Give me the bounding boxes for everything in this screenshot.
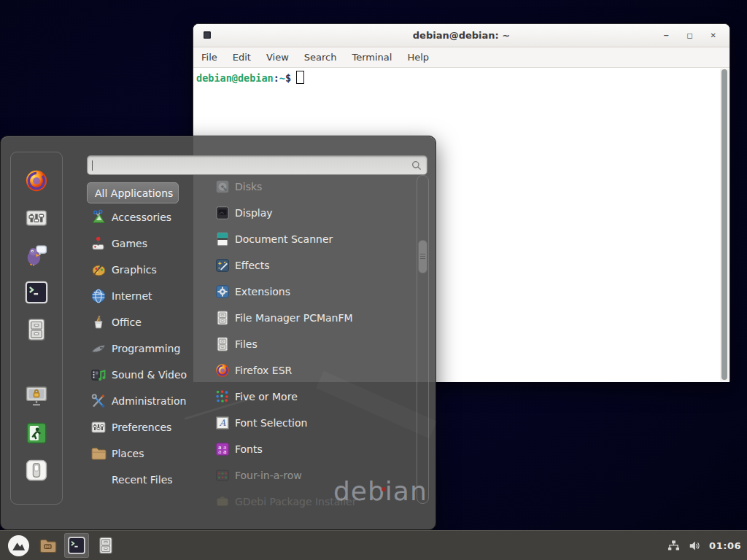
terminal-scrollbar-thumb[interactable] bbox=[721, 69, 727, 380]
menu-edit[interactable]: Edit bbox=[233, 52, 251, 63]
app-label: Font Selection bbox=[235, 417, 307, 429]
category-office[interactable]: Office bbox=[87, 309, 196, 335]
volume-icon[interactable] bbox=[688, 539, 702, 553]
menu-button[interactable] bbox=[6, 533, 31, 558]
four-in-a-row-icon bbox=[214, 467, 231, 483]
category-label: Accessories bbox=[112, 211, 171, 223]
app-label: Firefox ESR bbox=[235, 365, 292, 376]
screen: debian@debian: ~ − ◻ ✕ File Edit View Se… bbox=[0, 0, 747, 560]
maximize-icon[interactable]: ◻ bbox=[686, 32, 692, 39]
category-places[interactable]: Places bbox=[87, 440, 196, 467]
category-all-applications[interactable]: All Applications bbox=[87, 182, 179, 203]
app-gdebi-package-installer[interactable]: GDebi Package Installer bbox=[206, 489, 414, 515]
app-label: Files bbox=[235, 338, 258, 350]
category-internet[interactable]: Internet bbox=[87, 283, 196, 309]
font-selection-icon: A bbox=[214, 415, 231, 431]
category-games[interactable]: Games bbox=[87, 230, 196, 257]
recent-files-spacer bbox=[90, 471, 107, 489]
favorite-shutdown-icon[interactable] bbox=[24, 458, 49, 483]
app-fonts[interactable]: a a a a Fonts bbox=[206, 436, 414, 462]
network-icon[interactable] bbox=[667, 539, 681, 553]
app-files[interactable]: Files bbox=[206, 331, 414, 357]
menu-view[interactable]: View bbox=[266, 52, 289, 63]
favorite-logout-icon[interactable] bbox=[24, 421, 49, 446]
sound-video-icon bbox=[90, 366, 107, 384]
category-label: Recent Files bbox=[112, 474, 173, 486]
category-graphics[interactable]: Graphics bbox=[87, 257, 196, 283]
terminal-titlebar[interactable]: debian@debian: ~ − ◻ ✕ bbox=[193, 24, 729, 47]
firefox-icon bbox=[214, 362, 231, 378]
close-icon[interactable]: ✕ bbox=[711, 32, 716, 39]
accessories-icon bbox=[90, 209, 107, 226]
app-file-manager-pcmanfm[interactable]: File Manager PCManFM bbox=[206, 305, 414, 331]
terminal-icon bbox=[67, 536, 86, 555]
menu-file[interactable]: File bbox=[201, 52, 217, 63]
menu-scrollbar[interactable] bbox=[417, 175, 429, 504]
programming-icon bbox=[90, 340, 107, 357]
category-label: Programming bbox=[112, 343, 180, 354]
svg-text:A: A bbox=[219, 418, 226, 428]
app-extensions[interactable]: Extensions bbox=[206, 279, 414, 305]
minimize-icon[interactable]: − bbox=[663, 32, 669, 39]
menu-help[interactable]: Help bbox=[407, 52, 429, 63]
effects-icon bbox=[214, 257, 231, 273]
prompt-user-host: debian@debian bbox=[196, 72, 274, 84]
file-cabinet-icon bbox=[96, 536, 115, 555]
app-font-selection[interactable]: A Font Selection bbox=[206, 410, 414, 436]
app-label: Disks bbox=[235, 181, 262, 192]
terminal-cursor bbox=[296, 71, 304, 84]
favorite-lock-screen-icon[interactable] bbox=[24, 384, 49, 408]
menu-logo-icon bbox=[7, 534, 30, 557]
app-label: Effects bbox=[235, 260, 270, 271]
app-label: Five or More bbox=[235, 391, 298, 402]
favorite-files-icon[interactable] bbox=[24, 317, 49, 342]
app-effects[interactable]: Effects bbox=[206, 252, 414, 279]
clock[interactable]: 01:06 bbox=[709, 540, 741, 551]
favorites-sidebar bbox=[10, 152, 63, 505]
category-accessories[interactable]: Accessories bbox=[87, 204, 196, 230]
app-firefox-esr[interactable]: Firefox ESR bbox=[206, 357, 414, 384]
system-tray: 01:06 bbox=[667, 539, 741, 553]
fonts-icon: a a a a bbox=[214, 441, 231, 457]
menu-search-box[interactable] bbox=[87, 155, 427, 175]
category-administration[interactable]: Administration bbox=[87, 388, 196, 414]
app-four-in-a-row[interactable]: Four-in-a-row bbox=[206, 462, 414, 489]
shell-prompt: debian@debian:~$ bbox=[193, 68, 729, 84]
search-icon bbox=[411, 160, 422, 171]
favorite-firefox-icon[interactable] bbox=[24, 168, 49, 193]
prompt-path: ~ bbox=[279, 72, 285, 84]
desktop-folder-launcher[interactable]: D bbox=[35, 533, 60, 558]
menu-terminal[interactable]: Terminal bbox=[352, 52, 392, 63]
category-label: Graphics bbox=[112, 264, 157, 276]
menu-scrollbar-thumb[interactable] bbox=[418, 240, 427, 273]
category-preferences[interactable]: Preferences bbox=[87, 414, 196, 440]
category-recent-files[interactable]: Recent Files bbox=[87, 467, 196, 493]
app-disks[interactable]: Disks bbox=[206, 174, 414, 200]
menu-search[interactable]: Search bbox=[304, 52, 337, 63]
app-five-or-more[interactable]: Five or More bbox=[206, 384, 414, 410]
app-label: Extensions bbox=[235, 286, 290, 298]
favorite-settings-icon[interactable] bbox=[24, 206, 49, 230]
favorite-pidgin-icon[interactable] bbox=[24, 243, 49, 268]
category-label: Places bbox=[112, 448, 144, 459]
app-label: Fonts bbox=[235, 443, 263, 455]
search-caret bbox=[92, 160, 93, 171]
category-programming[interactable]: Programming bbox=[87, 335, 196, 362]
search-input[interactable] bbox=[94, 160, 411, 171]
terminal-window-button[interactable] bbox=[64, 533, 89, 558]
terminal-title: debian@debian: ~ bbox=[193, 30, 729, 41]
places-icon bbox=[90, 445, 107, 462]
app-document-scanner[interactable]: Document Scanner bbox=[206, 226, 414, 252]
app-display[interactable]: Display bbox=[206, 200, 414, 226]
app-label: Four-in-a-row bbox=[235, 470, 302, 481]
terminal-scrollbar[interactable] bbox=[720, 69, 729, 381]
favorite-terminal-icon[interactable] bbox=[24, 280, 49, 305]
app-label: Display bbox=[235, 207, 273, 219]
category-list: All Applications Accessories bbox=[87, 182, 196, 493]
category-sound-video[interactable]: Sound & Video bbox=[87, 362, 196, 388]
files-launcher[interactable] bbox=[93, 533, 118, 558]
category-label: Preferences bbox=[112, 421, 171, 433]
preferences-icon bbox=[90, 419, 107, 436]
folder-icon: D bbox=[38, 536, 58, 556]
document-scanner-icon bbox=[214, 231, 231, 247]
